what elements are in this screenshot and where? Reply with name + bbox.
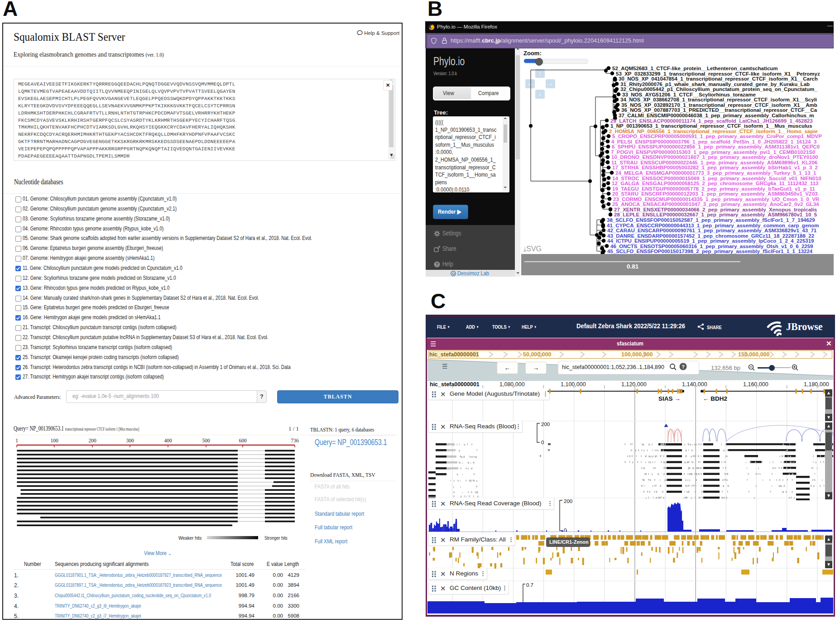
svg-text:46_ONCTS_ENSOTSP00005060316_1_: 46_ONCTS_ENSOTSP00005060316_1_pep_primar… <box>610 244 813 249</box>
svg-text:43_DANRE_ENSDARP00000157452_1_: 43_DANRE_ENSDARP00000157452_1_pep_chromo… <box>607 233 814 239</box>
svg-text:19_TAEGU_ENSTGUP00000005778_2_: 19_TAEGU_ENSTGUP00000005778_2_pep_primar… <box>612 186 815 192</box>
svg-text:11_STRAU_ENSSCUP00000022445_1_: 11_STRAU_ENSSCUP00000022445_1_pep_primar… <box>611 160 817 165</box>
svg-text:30_NOS_XP_041047854_1_transcri: 30_NOS_XP_041047854_1_transcriptional_re… <box>619 76 818 81</box>
svg-text:4_PELSI_ENSPSIP00000003796_1_p: 4_PELSI_ENSPSIP00000003796_1_pep_scaffol… <box>611 139 816 144</box>
svg-text:28_LEPLE_ENSLLEP00000032667_1_: 28_LEPLE_ENSLLEP00000032667_1_pep_primar… <box>614 212 817 217</box>
svg-text:500: 500 <box>202 438 210 443</box>
svg-text:31_Rhity2000076_p1_whale_shark: 31_Rhity2000076_p1_whale_shark_manually_… <box>620 81 810 87</box>
svg-text:300: 300 <box>126 438 134 443</box>
svg-text:52_AQM52683_1_CTCF-like_protei: 52_AQM52683_1_CTCF-like_protein__Lethent… <box>612 66 778 71</box>
svg-text:37_CALMI_ENSCMIP00000046038_1_: 37_CALMI_ENSCMIP00000046038_1_pep_primar… <box>619 113 814 118</box>
svg-text:1_NP_001390653_1_transcription: 1_NP_001390653_1_transcriptional_repress… <box>610 123 812 129</box>
svg-text:17_STRHA_ENSSHBP00005003282_1_: 17_STRHA_ENSSHBP00005003282_1_pep_primar… <box>612 165 818 170</box>
svg-text:736: 736 <box>291 438 299 443</box>
svg-text:10_DRONO_ENSDNVP00000021607_1_: 10_DRONO_ENSDNVP00000021607_1_pep_primar… <box>611 154 818 160</box>
svg-text:36_NOS_XP_007887703_1_PREDICTE: 36_NOS_XP_007887703_1_PREDICTED__transcr… <box>621 107 817 113</box>
svg-text:42_CARAU_ENSCARP00000090761_1_: 42_CARAU_ENSCARP00000090761_1_pep_primar… <box>607 228 817 233</box>
svg-text:44_ICTPU_ENSIPUP00000005519_1_: 44_ICTPU_ENSIPUP00000005519_1_pep_primar… <box>607 238 814 244</box>
svg-text:20_STARU_ENSCRFP00000012203_1_: 20_STARU_ENSCRFP00000012203_1_pep_primar… <box>612 191 818 196</box>
svg-text:23_CORMO_ENSCMUP00000014335_1_: 23_CORMO_ENSCMUP00000014335_1_pep_primar… <box>613 196 820 202</box>
svg-text:200: 200 <box>88 438 96 443</box>
svg-text:45_SCLFO_ENSSFOP00015017398_2_: 45_SCLFO_ENSSFOP00015017398_2_pep_primar… <box>607 249 813 254</box>
svg-text:6_SPHPU_ENSSPUP00000022856_1_p: 6_SPHPU_ENSSPUP00000022856_1_pep_primary… <box>612 144 820 149</box>
svg-text:34_NOS_XP_038662708_1_transcri: 34_NOS_XP_038662708_1_transcriptional_re… <box>620 97 817 102</box>
svg-text:33_NOS_AYG51206_1_CTCF__Scylio: 33_NOS_AYG51206_1_CTCF__Scyliorhinus_tor… <box>622 92 756 97</box>
svg-text:14_STROC_ENSSOCP00000015069_1_: 14_STROC_ENSSOCP00000015069_1_pep_primar… <box>612 176 821 181</box>
svg-text:5_CROPO_ENSCPRP00005000591_1_p: 5_CROPO_ENSCPRP00005000591_1_pep_primary… <box>612 134 822 139</box>
svg-text:32_Chipu0005442_p1_Chiloscylli: 32_Chipu0005442_p1_Chiloscyllium_punctat… <box>620 86 817 92</box>
svg-text:O: O <box>452 272 455 276</box>
svg-text:41_CYPCA_ENSCCRP00000044313_1_: 41_CYPCA_ENSCCRP00000044313_1_pep_primar… <box>607 223 819 228</box>
svg-text:1: 1 <box>15 438 18 443</box>
svg-text:7_POGVI_ENSPVIP00000015303_1_p: 7_POGVI_ENSPVIP00000015303_1_pep_primary… <box>611 149 815 155</box>
svg-text:?: ? <box>436 262 438 267</box>
svg-text:38_SCLFO_ENSSFOP00015052587_1_: 38_SCLFO_ENSSFOP00015052587_1_pep_primar… <box>607 217 815 223</box>
svg-text:27_XENTR_ENSXETP00000034066_2_: 27_XENTR_ENSXETP00000034066_2_pep_primar… <box>614 207 817 212</box>
svg-text:2_HOMSA_NP_006556_1_transcript: 2_HOMSA_NP_006556_1_transcriptional_repr… <box>609 129 818 134</box>
svg-text:12_GALGA_ENSGALP00000058125_2_: 12_GALGA_ENSGALP00000058125_2_pep_chromo… <box>612 181 818 186</box>
svg-text:35_NOS_XP_032892170_1_transcri: 35_NOS_XP_032892170_1_transcriptional_re… <box>621 102 817 108</box>
svg-text:400: 400 <box>164 438 172 443</box>
svg-text:53_XP_032833299_1_transcriptio: 53_XP_032833299_1_transcriptional_repres… <box>616 71 820 77</box>
svg-text:29_LATCH_ENSLACP00000011174_1_: 29_LATCH_ENSLACP00000011174_1_pep_scaffo… <box>610 118 813 124</box>
svg-text:?: ? <box>682 364 685 369</box>
svg-text:24_MELGA_ENSMGAP00000001773_3_: 24_MELGA_ENSMGAP00000001773_3_pep_primar… <box>615 170 816 176</box>
svg-text:0.7: 0.7 <box>526 583 533 588</box>
svg-text:600: 600 <box>239 438 247 443</box>
svg-text:100: 100 <box>50 438 58 443</box>
svg-text:25_ANOCA_ENSACAP00000001047_3_: 25_ANOCA_ENSACAP00000001047_3_pep_primar… <box>612 201 819 207</box>
